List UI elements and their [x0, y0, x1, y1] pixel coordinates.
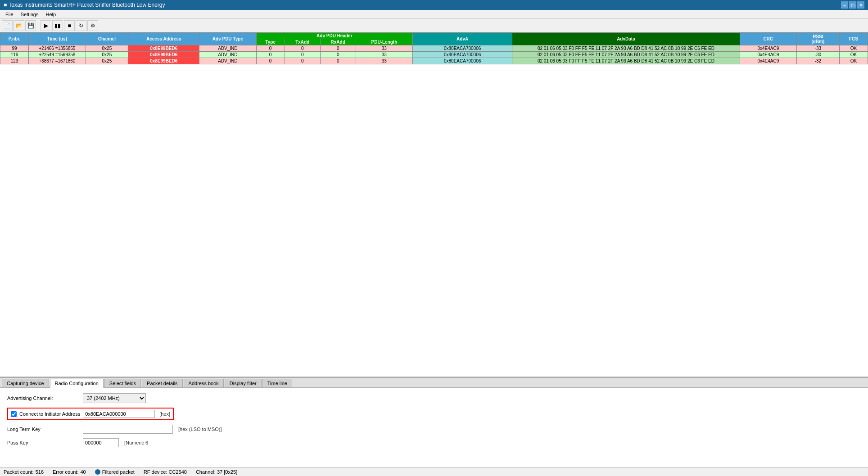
table-cell: ADV_IND — [199, 52, 256, 58]
table-cell: 33 — [356, 52, 412, 58]
table-cell: 02 01 06 05 03 F0 FF F5 FE 11 07 2F 2A 9… — [512, 45, 740, 52]
table-cell: 0 — [285, 52, 320, 58]
table-cell: OK — [839, 58, 868, 64]
tab-packet-details[interactable]: Packet details — [142, 379, 182, 387]
tab-capturing-device[interactable]: Capturing device — [2, 379, 49, 387]
ltk-hint: [hex (LSO to MSO)] — [178, 427, 222, 432]
channel-info: Channel: 37 [0x25] — [196, 469, 237, 475]
table-cell: -32 — [796, 58, 839, 64]
connect-initiator-checkbox[interactable] — [11, 411, 17, 417]
menu-settings[interactable]: Settings — [17, 11, 42, 18]
table-cell: 0x8E99BED6 — [128, 52, 199, 58]
table-row[interactable]: 99+21466 =13568550x250x8E99BED6ADV_IND00… — [0, 45, 868, 52]
packet-table-area[interactable]: P.nbr. Time (us) Channel Access Address … — [0, 32, 868, 377]
restore-button[interactable]: ◻ — [849, 1, 856, 9]
connect-initiator-label: Connect to Initiator Address — [19, 411, 80, 417]
table-cell: 0x4E4AC9 — [740, 45, 796, 52]
table-cell: OK — [839, 45, 868, 52]
col-adva: AdvA — [413, 33, 512, 45]
table-cell: 33 — [356, 58, 412, 64]
tab-bar: Capturing device Radio Configuration Sel… — [0, 378, 868, 388]
tab-select-fields[interactable]: Select fields — [104, 379, 141, 387]
packet-table: P.nbr. Time (us) Channel Access Address … — [0, 32, 868, 64]
settings-button[interactable]: ⚙ — [87, 20, 98, 31]
new-button[interactable]: 📄 — [2, 20, 13, 31]
table-cell: 0x4E4AC9 — [740, 58, 796, 64]
tab-address-book[interactable]: Address book — [184, 379, 224, 387]
table-cell: 33 — [356, 45, 412, 52]
col-pdulen: PDU-Length — [356, 39, 412, 45]
table-cell: 0x8E99BED6 — [128, 45, 199, 52]
ltk-label: Long Term Key — [7, 427, 79, 432]
tab-radio-configuration[interactable]: Radio Configuration — [50, 379, 104, 388]
table-cell: ADV_IND — [199, 58, 256, 64]
col-txadd: TxAdd — [285, 39, 320, 45]
bottom-panel: Capturing device Radio Configuration Sel… — [0, 377, 868, 467]
table-cell: 0 — [285, 45, 320, 52]
packet-count-label: Packet count: — [4, 469, 34, 475]
table-cell: 0 — [320, 45, 356, 52]
close-button[interactable]: ✕ — [857, 1, 864, 9]
table-cell: 0 — [285, 58, 320, 64]
table-cell: +38677 =1671860 — [29, 58, 86, 64]
col-rssi: RSSI(dBm) — [796, 33, 839, 45]
table-cell: 0 — [320, 58, 356, 64]
toolbar: 📄 📂 💾 ▶ ▮▮ ■ ↻ ⚙ — [0, 19, 868, 32]
col-time: Time (us) — [29, 33, 86, 45]
connect-initiator-hint: [hex] — [159, 411, 170, 417]
menu-help[interactable]: Help — [42, 11, 59, 18]
menu-file[interactable]: File — [2, 11, 17, 18]
col-crc: CRC — [740, 33, 796, 45]
adv-channel-select[interactable]: 37 (2402 MHz) 38 (2426 MHz) 39 (2480 MHz… — [83, 393, 146, 403]
table-cell: OK — [839, 52, 868, 58]
packet-table-body: 99+21466 =13568550x250x8E99BED6ADV_IND00… — [0, 45, 868, 64]
ltk-input[interactable] — [83, 425, 173, 434]
col-pdu-type: Adv PDU Type — [199, 33, 256, 45]
save-button[interactable]: 💾 — [25, 20, 36, 31]
adv-channel-label: Advertising Channel: — [7, 395, 79, 401]
tab-time-line[interactable]: Time line — [262, 379, 292, 387]
table-cell: 0x4E4AC9 — [740, 52, 796, 58]
minimize-button[interactable]: – — [841, 1, 848, 9]
table-row[interactable]: 116+22549 =15693580x250x8E99BED6ADV_IND0… — [0, 52, 868, 58]
passkey-row: Pass Key [Numeric 6 — [7, 438, 861, 447]
table-cell: 0 — [256, 45, 285, 52]
tab-display-filter[interactable]: Display filter — [225, 379, 262, 387]
table-cell: 0 — [256, 58, 285, 64]
main-area: P.nbr. Time (us) Channel Access Address … — [0, 32, 868, 467]
packet-count-value: 516 — [36, 469, 44, 475]
col-rxadd: RxAdd — [320, 39, 356, 45]
table-header-row1: P.nbr. Time (us) Channel Access Address … — [0, 33, 868, 39]
adv-channel-row: Advertising Channel: 37 (2402 MHz) 38 (2… — [7, 393, 861, 403]
statusbar: Packet count: 516 Error count: 40 Filter… — [0, 467, 868, 476]
ltk-row: Long Term Key [hex (LSO to MSO)] — [7, 425, 861, 434]
passkey-input[interactable] — [83, 438, 119, 447]
table-row[interactable]: 123+38677 =16718600x250x8E99BED6ADV_IND0… — [0, 58, 868, 64]
pause-button[interactable]: ▮▮ — [52, 20, 63, 31]
tab-content-area: Advertising Channel: 37 (2402 MHz) 38 (2… — [0, 388, 868, 467]
col-fcs: FCS — [839, 33, 868, 45]
table-cell: 0x80EACA700006 — [413, 52, 512, 58]
passkey-hint: [Numeric 6 — [124, 440, 148, 445]
connect-initiator-box: Connect to Initiator Address [hex] — [7, 408, 174, 420]
play-button[interactable]: ▶ — [41, 20, 51, 31]
open-button[interactable]: 📂 — [14, 20, 24, 31]
passkey-label: Pass Key — [7, 440, 79, 445]
table-cell: +21466 =1356855 — [29, 45, 86, 52]
status-indicator — [95, 469, 100, 475]
table-cell: +22549 =1569358 — [29, 52, 86, 58]
stop-button[interactable]: ■ — [64, 20, 75, 31]
table-cell: 0 — [320, 52, 356, 58]
error-count-value: 40 — [80, 469, 86, 475]
col-channel: Channel — [86, 33, 128, 45]
connect-initiator-input[interactable] — [83, 410, 155, 418]
table-cell: 0x80EACA700006 — [413, 58, 512, 64]
table-cell: -30 — [796, 52, 839, 58]
rf-device: RF device: CC2540 — [144, 469, 187, 475]
col-pdu-header: Adv PDU Header — [256, 33, 413, 39]
app-icon: ■ — [4, 2, 7, 8]
refresh-button[interactable]: ↻ — [76, 20, 86, 31]
col-advdata: AdvData — [512, 33, 740, 45]
table-cell: 116 — [0, 52, 29, 58]
col-access-addr: Access Address — [128, 33, 199, 45]
